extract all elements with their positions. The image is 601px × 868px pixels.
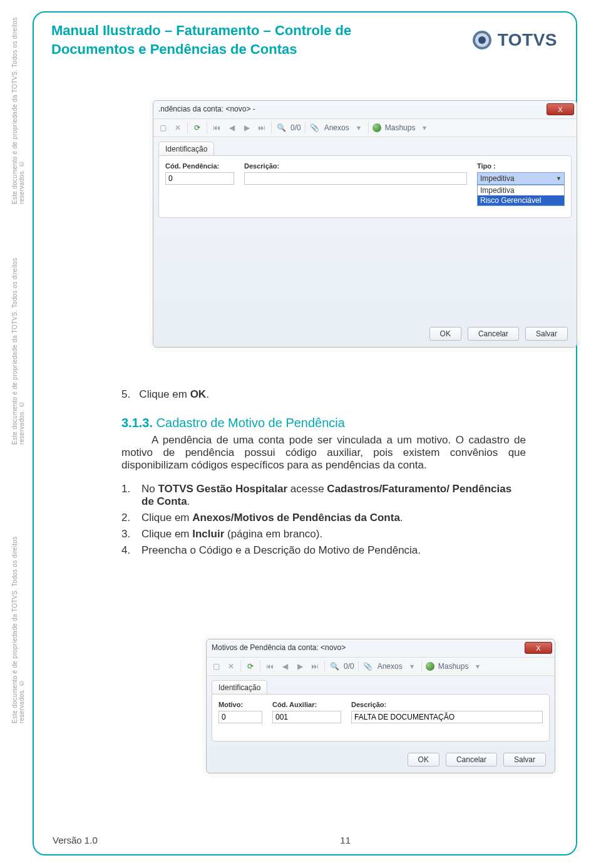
text-bold: TOTVS Gestão Hospitalar [158,483,287,495]
chevron-down-icon[interactable]: ▾ [406,661,418,672]
separator [271,122,272,133]
first-icon[interactable]: ⏮ [211,122,222,133]
section-title: Cadastro de Motivo de Pendência [157,416,345,430]
tipo-option-impeditiva[interactable]: Impeditiva [478,185,564,195]
separator [207,122,207,133]
prev-icon[interactable]: ◀ [226,122,237,133]
anexos-menu[interactable]: Anexos [324,123,349,132]
close-icon: X [558,106,562,113]
text: Preencha o Código e a Descrição do Motiv… [141,544,421,557]
separator [187,122,188,133]
list-item: 2. Clique em Anexos/Motivos de Pendência… [121,512,526,524]
section-number: 3.1.3. [121,416,153,430]
next-icon[interactable]: ▶ [241,122,252,133]
brand-logo: TOTVS [471,29,557,51]
version-label: Versão 1.0 [53,835,98,845]
select-tipo-dropdown[interactable]: Impeditiva Risco Gerenciável [477,185,565,206]
step-num: 4. [121,544,135,557]
list-item: 1. No TOTVS Gestão Hospitalar acesse Cad… [121,483,526,508]
tipo-option-risco[interactable]: Risco Gerenciável [478,195,564,205]
window-titlebar-2: Motivos de Pendência da conta: <novo> X [207,639,555,657]
manual-title: Manual Ilustrado – Faturamento – Control… [51,21,408,58]
input-cod-pendencia[interactable] [165,172,234,185]
chevron-down-icon[interactable]: ▾ [419,122,430,133]
side-ownership-2: Este documento é de propriedade da TOTVS… [11,257,25,445]
page-number: 11 [340,835,351,845]
next-icon[interactable]: ▶ [294,661,306,672]
new-icon[interactable]: ▢ [210,661,222,672]
record-counter: 0/0 [290,123,301,132]
anexos-menu[interactable]: Anexos [378,662,403,671]
label-tipo: Tipo : [477,162,565,170]
separator [305,122,306,133]
select-tipo[interactable]: Impeditiva ▼ [477,172,565,185]
page-footer: Versão 1.0 11 [53,835,557,845]
cancelar-button[interactable]: Cancelar [468,327,519,341]
input-descricao[interactable] [244,172,467,185]
chevron-down-icon[interactable]: ▾ [353,122,364,133]
attach-icon[interactable]: 📎 [362,661,374,672]
step-5-num: 5. [121,388,130,400]
text: Clique em [141,528,192,540]
prev-icon[interactable]: ◀ [279,661,290,672]
document-body: 5. Clique em OK. 3.1.3. Cadastro de Moti… [121,388,526,561]
step-5-text: Clique em [139,388,190,400]
search-icon[interactable]: 🔍 [329,661,340,672]
search-icon[interactable]: 🔍 [275,122,287,133]
select-tipo-value: Impeditiva [480,174,515,183]
step-num: 3. [121,528,135,540]
dialog-buttons-1: OK Cancelar Salvar [429,327,568,341]
tab-identificacao[interactable]: Identificação [158,142,214,156]
chevron-down-icon: ▼ [556,175,562,182]
label-cod-auxiliar: Cód. Auxiliar: [272,701,341,708]
label-descricao-2: Descrição: [351,701,543,708]
text: Clique em [141,512,192,524]
input-descricao-2[interactable] [351,711,543,723]
globe-icon[interactable] [426,662,434,671]
window-title-1: .ndências da conta: <novo> - [158,105,255,113]
step-5: 5. Clique em OK. [121,388,526,401]
tab-identificacao-2[interactable]: Identificação [212,680,267,695]
attach-icon[interactable]: 📎 [309,122,321,133]
list-item: 4. Preencha o Código e a Descrição do Mo… [121,544,526,557]
toolbar-2: ▢ ✕ ⟳ ⏮ ◀ ▶ ⏭ 🔍 0/0 📎 Anexos ▾ Mashups ▾ [207,657,555,676]
salvar-button[interactable]: Salvar [503,753,546,767]
dialog-window-1: .ndências da conta: <novo> - X ▢ ✕ ⟳ ⏮ ◀… [153,100,577,348]
screenshot-pendencias: .ndências da conta: <novo> - X ▢ ✕ ⟳ ⏮ ◀… [153,100,577,348]
mashups-menu[interactable]: Mashups [438,662,469,671]
chevron-down-icon[interactable]: ▾ [472,661,483,672]
window-titlebar-1: .ndências da conta: <novo> - X [153,101,577,118]
close-button[interactable]: X [547,103,574,115]
separator [324,661,325,672]
ok-button[interactable]: OK [408,753,439,767]
delete-icon[interactable]: ✕ [172,122,183,133]
input-cod-auxiliar[interactable] [272,711,341,723]
input-motivo[interactable] [218,711,262,723]
last-icon[interactable]: ⏭ [256,122,267,133]
ok-button[interactable]: OK [429,327,461,341]
text: No [141,483,158,495]
text-bold: Anexos/Motivos de Pendências da Conta [192,512,400,524]
window-title-2: Motivos de Pendência da conta: <novo> [212,643,346,652]
separator [421,661,422,672]
new-icon[interactable]: ▢ [157,122,168,133]
text: . [400,512,403,524]
last-icon[interactable]: ⏭ [309,661,321,672]
screenshot-motivos: Motivos de Pendência da conta: <novo> X … [206,639,555,773]
brand-name: TOTVS [498,30,557,50]
label-descricao: Descrição: [244,162,467,170]
first-icon[interactable]: ⏮ [264,661,275,672]
delete-icon[interactable]: ✕ [225,661,237,672]
refresh-icon[interactable]: ⟳ [192,122,203,133]
refresh-icon[interactable]: ⟳ [245,661,256,672]
salvar-button[interactable]: Salvar [525,327,568,341]
separator [240,661,241,672]
close-button[interactable]: X [525,642,552,654]
record-counter: 0/0 [344,662,354,671]
cancelar-button[interactable]: Cancelar [446,753,497,767]
globe-icon[interactable] [372,123,381,132]
mashups-menu[interactable]: Mashups [385,123,416,132]
text: . [187,495,190,507]
page-header: Manual Ilustrado – Faturamento – Control… [34,13,576,58]
list-item: 3. Clique em Incluir (página em branco). [121,528,526,540]
